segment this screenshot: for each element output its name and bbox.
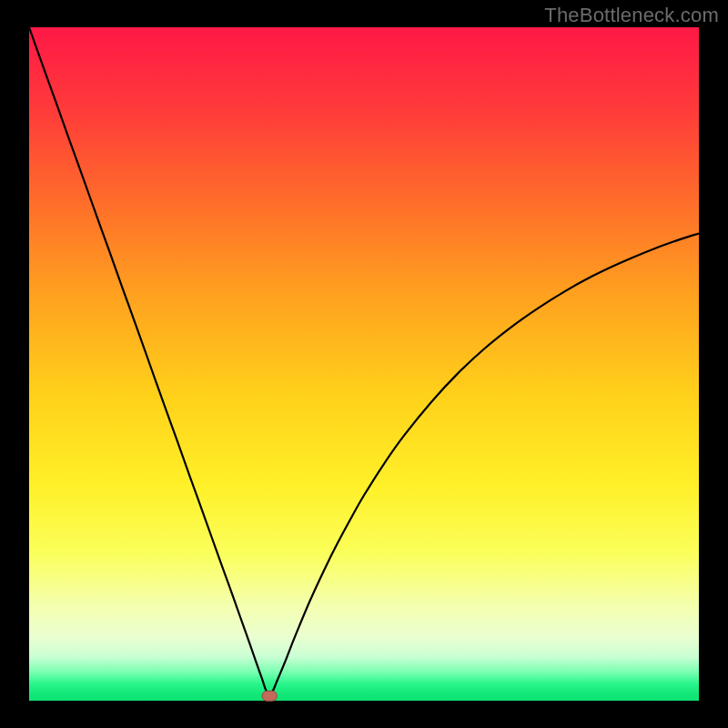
- plot-background: [29, 27, 699, 701]
- bottleneck-chart: [0, 0, 728, 728]
- chart-frame: { "watermark": "TheBottleneck.com", "col…: [0, 0, 728, 728]
- optimum-marker: [262, 691, 277, 701]
